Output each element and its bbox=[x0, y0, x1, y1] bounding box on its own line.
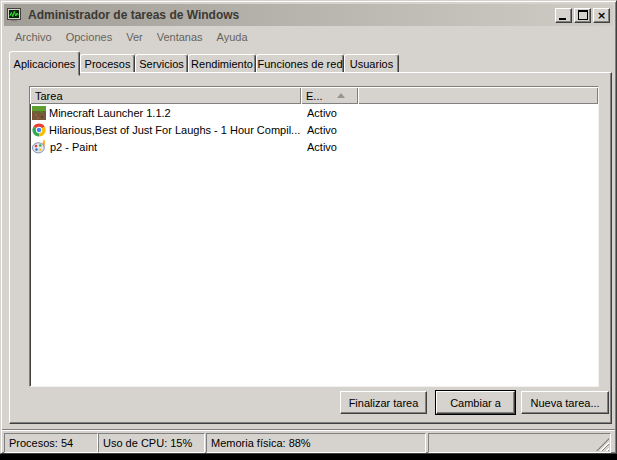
window-controls: × bbox=[555, 8, 610, 23]
task-list: Tarea E... bbox=[29, 86, 599, 387]
column-header-filler bbox=[358, 87, 598, 104]
tab-procesos[interactable]: Procesos bbox=[80, 54, 135, 74]
menu-ventanas[interactable]: Ventanas bbox=[150, 29, 210, 45]
minimize-button[interactable] bbox=[555, 8, 572, 23]
table-row[interactable]: p2 - Paint Activo bbox=[30, 138, 598, 155]
tab-funciones-de-red[interactable]: Funciones de red bbox=[256, 54, 344, 74]
column-label: Tarea bbox=[35, 90, 63, 102]
table-row[interactable]: Hilarious,Best of Just For Laughs - 1 Ho… bbox=[30, 121, 598, 138]
status-physical-memory: Memoria física: 88% bbox=[206, 433, 426, 453]
minimize-icon bbox=[559, 18, 566, 20]
status-cell: Activo bbox=[301, 107, 337, 119]
status-filler-panel bbox=[428, 433, 611, 453]
new-task-button[interactable]: Nueva tarea... bbox=[521, 391, 609, 414]
menu-ver[interactable]: Ver bbox=[119, 29, 150, 45]
window-title: Administrador de tareas de Windows bbox=[28, 8, 555, 22]
close-icon: × bbox=[597, 10, 606, 21]
sort-asc-icon bbox=[337, 93, 345, 98]
task-manager-icon bbox=[7, 7, 23, 23]
status-cell: Activo bbox=[301, 141, 337, 153]
switch-to-button[interactable]: Cambiar a bbox=[436, 391, 515, 414]
task-cell: Minecraft Launcher 1.1.2 bbox=[30, 106, 301, 120]
maximize-button[interactable] bbox=[574, 8, 591, 23]
menu-opciones[interactable]: Opciones bbox=[59, 29, 119, 45]
status-cell: Activo bbox=[301, 124, 337, 136]
task-name: p2 - Paint bbox=[50, 141, 97, 153]
status-cpu-usage: Uso de CPU: 15% bbox=[98, 433, 205, 453]
status-bar-separator bbox=[2, 429, 615, 431]
chrome-icon bbox=[32, 123, 46, 137]
menu-ayuda[interactable]: Ayuda bbox=[210, 29, 255, 45]
resize-grip[interactable] bbox=[596, 438, 609, 451]
tab-servicios[interactable]: Servicios bbox=[135, 54, 188, 74]
tab-usuarios[interactable]: Usuarios bbox=[344, 54, 399, 74]
task-name: Hilarious,Best of Just For Laughs - 1 Ho… bbox=[49, 124, 300, 136]
paint-icon bbox=[32, 139, 47, 154]
screen: Administrador de tareas de Windows × Arc… bbox=[0, 0, 617, 460]
titlebar[interactable]: Administrador de tareas de Windows × bbox=[4, 4, 613, 26]
task-name: Minecraft Launcher 1.1.2 bbox=[49, 107, 171, 119]
status-processes: Procesos: 54 bbox=[4, 433, 98, 453]
menu-bar: Archivo Opciones Ver Ventanas Ayuda bbox=[4, 26, 613, 47]
tab-rendimiento[interactable]: Rendimiento bbox=[188, 54, 256, 74]
task-cell: p2 - Paint bbox=[30, 139, 301, 154]
end-task-button[interactable]: Finalizar tarea bbox=[340, 391, 427, 414]
maximize-icon bbox=[578, 10, 588, 20]
column-header-tarea[interactable]: Tarea bbox=[30, 87, 301, 104]
minecraft-icon bbox=[32, 106, 46, 120]
task-list-header: Tarea E... bbox=[30, 87, 598, 104]
column-label: E... bbox=[306, 90, 323, 102]
task-cell: Hilarious,Best of Just For Laughs - 1 Ho… bbox=[30, 123, 301, 137]
menu-archivo[interactable]: Archivo bbox=[8, 29, 59, 45]
task-manager-window: Administrador de tareas de Windows × Arc… bbox=[0, 0, 617, 454]
close-button[interactable]: × bbox=[593, 8, 610, 23]
table-row[interactable]: Minecraft Launcher 1.1.2 Activo bbox=[30, 104, 598, 121]
column-header-estado[interactable]: E... bbox=[301, 87, 358, 104]
tab-aplicaciones[interactable]: Aplicaciones bbox=[9, 51, 80, 76]
